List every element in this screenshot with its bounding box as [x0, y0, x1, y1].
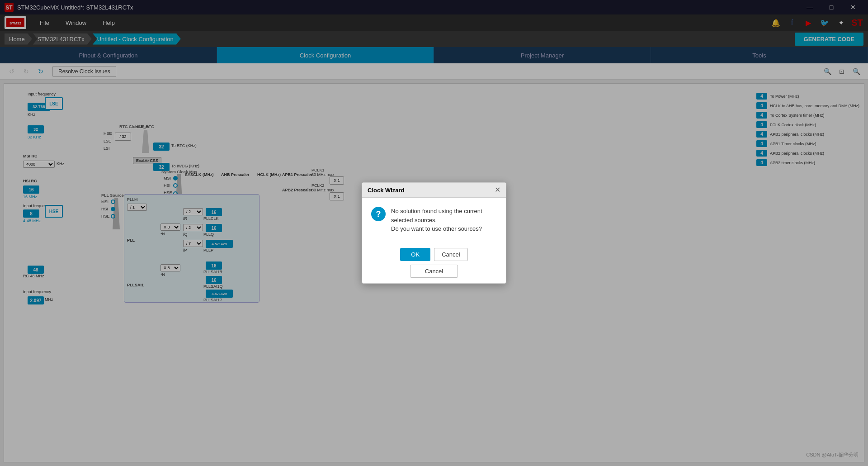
modal-message: No solution found using the current sele… — [391, 207, 497, 233]
modal-question-icon: ? — [371, 207, 386, 221]
modal-title: Clock Wizard — [368, 187, 405, 194]
modal-cancel2-button[interactable]: Cancel — [410, 265, 458, 278]
modal-close-button[interactable]: ✕ — [495, 186, 500, 194]
modal-footer: OK Cancel Cancel — [362, 243, 506, 283]
modal-body: ? No solution found using the current se… — [362, 198, 506, 243]
modal-primary-buttons: OK Cancel — [400, 248, 467, 261]
clock-wizard-dialog: Clock Wizard ✕ ? No solution found using… — [362, 182, 506, 284]
modal-overlay: Clock Wizard ✕ ? No solution found using… — [0, 0, 868, 466]
modal-secondary-buttons: Cancel — [410, 265, 458, 278]
modal-header: Clock Wizard ✕ — [362, 183, 506, 198]
modal-cancel-button[interactable]: Cancel — [434, 248, 467, 261]
modal-ok-button[interactable]: OK — [400, 248, 430, 261]
